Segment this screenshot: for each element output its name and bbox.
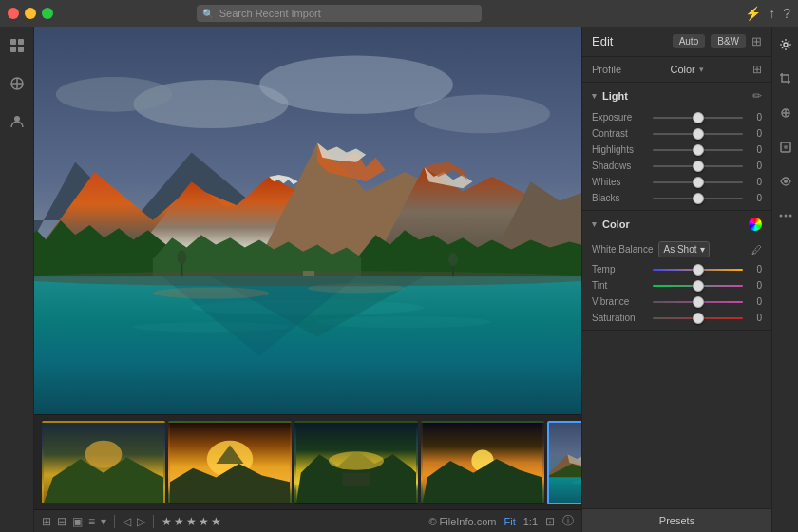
rt-redeye-icon[interactable]	[775, 171, 796, 192]
temp-slider[interactable]	[653, 269, 743, 271]
search-input[interactable]	[197, 5, 482, 22]
maximize-button[interactable]	[42, 8, 53, 19]
presets-button[interactable]: Presets	[582, 508, 771, 532]
fit-label[interactable]: Fit	[504, 516, 515, 527]
settings-icon[interactable]: ⊞	[751, 34, 762, 48]
search-bar: 🔍	[197, 5, 482, 22]
star-2[interactable]: ★	[174, 515, 184, 528]
light-edit-icon[interactable]: ✏	[752, 89, 762, 103]
sidebar-icon-develop[interactable]	[6, 72, 28, 95]
tint-slider[interactable]	[653, 285, 743, 287]
svg-rect-1	[18, 39, 24, 45]
star-rating: ★ ★ ★ ★ ★	[162, 515, 221, 528]
star-3[interactable]: ★	[186, 515, 197, 528]
color-chevron: ▾	[592, 219, 597, 229]
film-thumb-5[interactable]	[547, 421, 581, 504]
prev-icon[interactable]: ◁	[123, 515, 131, 528]
star-4[interactable]: ★	[199, 515, 209, 528]
shadows-slider[interactable]	[653, 165, 743, 167]
filmstrip	[34, 414, 581, 509]
light-label: Light	[602, 90, 628, 102]
wb-value: As Shot	[663, 244, 696, 255]
close-button[interactable]	[8, 8, 19, 19]
film-thumb-4[interactable]	[421, 421, 544, 504]
rt-settings-icon[interactable]	[775, 34, 796, 55]
sort-chevron[interactable]: ▾	[101, 515, 106, 528]
rt-healing-icon[interactable]	[775, 103, 796, 124]
minimize-button[interactable]	[25, 8, 36, 19]
sort-icon[interactable]: ≡	[88, 515, 95, 528]
profile-label: Profile	[592, 64, 621, 75]
saturation-label: Saturation	[592, 313, 647, 323]
saturation-slider[interactable]	[653, 317, 743, 319]
image-area	[34, 27, 581, 414]
tint-value: 0	[749, 280, 762, 291]
vibrance-label: Vibrance	[592, 296, 647, 307]
wb-chevron: ▾	[700, 244, 705, 255]
profile-selector[interactable]: Color ▾	[670, 64, 703, 75]
exposure-thumb[interactable]	[693, 112, 704, 124]
temp-thumb[interactable]	[693, 264, 704, 276]
svg-point-7	[14, 116, 20, 122]
auto-button[interactable]: Auto	[673, 34, 706, 48]
panel-title: Edit	[592, 34, 613, 48]
highlights-slider[interactable]	[653, 149, 743, 151]
contrast-row: Contrast 0	[582, 125, 771, 142]
whites-slider[interactable]	[653, 181, 743, 183]
svg-point-11	[414, 94, 550, 133]
exposure-label: Exposure	[592, 112, 647, 123]
divider-1	[114, 515, 115, 528]
highlights-thumb[interactable]	[693, 144, 704, 156]
vibrance-slider[interactable]	[653, 301, 743, 303]
light-section-header[interactable]: ▾ Light ✏	[582, 83, 771, 109]
blacks-row: Blacks 0	[582, 190, 771, 206]
contrast-thumb[interactable]	[693, 128, 704, 140]
star-5[interactable]: ★	[211, 515, 221, 528]
grid-view-icon[interactable]: ⊞	[42, 515, 51, 528]
blacks-thumb[interactable]	[693, 193, 704, 204]
bw-button[interactable]: B&W	[711, 34, 746, 48]
center-content: ⊞ ⊟ ▣ ≡ ▾ ◁ ▷ ★ ★ ★ ★ ★ © FileInfo.com F	[34, 27, 581, 532]
film-thumb-2[interactable]	[168, 421, 292, 504]
wb-selector[interactable]: As Shot ▾	[658, 241, 709, 257]
tint-label: Tint	[592, 280, 647, 291]
share-icon[interactable]: ↑	[769, 6, 775, 21]
rt-crop-icon[interactable]	[775, 68, 796, 89]
exposure-slider[interactable]	[653, 117, 743, 119]
shadows-value: 0	[749, 161, 762, 171]
list-view-icon[interactable]: ⊟	[57, 515, 66, 528]
next-icon[interactable]: ▷	[137, 515, 145, 528]
light-section: ▾ Light ✏ Exposure 0 Contrast	[582, 83, 771, 211]
sidebar-icon-library[interactable]	[6, 34, 28, 57]
svg-rect-47	[342, 472, 370, 486]
light-chevron: ▾	[592, 91, 597, 101]
color-circle-icon[interactable]	[749, 218, 762, 231]
film-thumb-3[interactable]	[294, 421, 418, 504]
tint-thumb[interactable]	[693, 280, 704, 292]
blacks-slider[interactable]	[653, 198, 743, 200]
compare-icon[interactable]: ⊡	[545, 515, 555, 528]
film-thumb-1[interactable]	[42, 421, 165, 504]
rt-masking-icon[interactable]	[775, 137, 796, 158]
temp-row: Temp 0	[582, 261, 771, 277]
saturation-thumb[interactable]	[693, 313, 704, 324]
color-section-header[interactable]: ▾ Color	[582, 211, 771, 238]
vibrance-thumb[interactable]	[693, 296, 704, 308]
panel-body: Profile Color ▾ ⊞ ▾ Light ✏ Exposure	[582, 57, 771, 508]
sidebar-icon-people[interactable]	[6, 110, 28, 133]
rt-more-icon[interactable]	[775, 205, 796, 226]
profile-grid-icon[interactable]: ⊞	[752, 63, 762, 76]
shadows-thumb[interactable]	[693, 161, 704, 172]
contrast-slider[interactable]	[653, 133, 743, 135]
exposure-value: 0	[749, 112, 762, 123]
info-icon[interactable]: ⓘ	[562, 513, 574, 529]
help-icon[interactable]: ?	[783, 6, 790, 21]
eyedropper-icon[interactable]: 🖊	[751, 244, 762, 256]
white-balance-row: White Balance As Shot ▾ 🖊	[582, 238, 771, 261]
copyright-text: © FileInfo.com	[428, 516, 496, 527]
whites-thumb[interactable]	[693, 177, 704, 188]
filter-icon[interactable]: ⚡	[745, 6, 761, 21]
star-1[interactable]: ★	[162, 515, 172, 528]
detail-view-icon[interactable]: ▣	[72, 515, 83, 528]
title-bar-right: ⚡ ↑ ?	[745, 6, 790, 21]
